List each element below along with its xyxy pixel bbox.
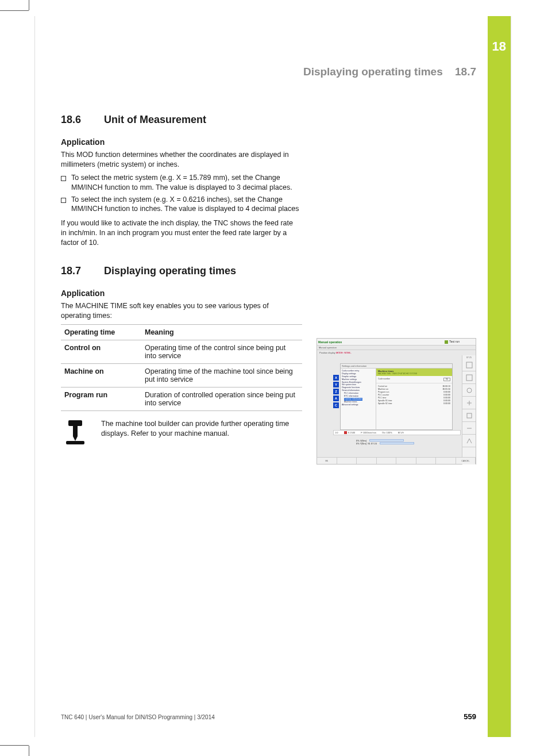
table-row: Control on Operating time of the control…	[61, 340, 302, 363]
softkey[interactable]: BK	[317, 458, 337, 464]
axis-z: Z	[333, 389, 339, 394]
ss-status-f: F 1000mm/min	[361, 431, 376, 434]
running-head-number: 18.7	[455, 66, 476, 78]
toolbar-button[interactable]	[462, 397, 476, 409]
table-row: Program run Duration of controlled opera…	[61, 387, 302, 410]
softkey[interactable]	[436, 458, 456, 464]
ss-right-toolbar: 07:25	[462, 355, 476, 465]
chapter-number: 18	[492, 39, 506, 54]
ss-status-left: 1:0	[335, 431, 338, 434]
toolbar-button[interactable]	[462, 371, 476, 384]
svg-rect-3	[66, 441, 84, 444]
feed-bar	[369, 439, 404, 442]
svg-rect-1	[73, 426, 78, 436]
section-title: Displaying operating times	[104, 265, 236, 277]
ss-position-line: Position display MODE: NOML.	[317, 350, 476, 355]
softkey[interactable]	[357, 458, 377, 464]
ss-subtitle: Manual operation	[317, 346, 476, 350]
ss-status-m: M 5/9	[398, 431, 404, 434]
toolbar-button[interactable]	[462, 422, 476, 435]
axis-a: A	[333, 396, 339, 401]
running-head-title: Displaying operating times	[303, 66, 443, 78]
ss-dialog-title: Settings and information	[341, 364, 452, 369]
table-cell-value: Operating time of the machine tool since…	[141, 363, 302, 387]
paragraph: If you would like to activate the inch d…	[61, 218, 296, 248]
softkey[interactable]	[396, 458, 416, 464]
section-number: 18.7	[61, 265, 101, 277]
table-row: Machine on Operating time of the machine…	[61, 363, 302, 387]
table-cell-key: Machine on	[61, 363, 141, 387]
crop-mark	[29, 0, 29, 10]
ss-panel-head: Machine times MACHINE TIME / TIMES OF AT…	[376, 369, 452, 376]
svg-rect-9	[467, 413, 472, 418]
ss-dialog-panel: Machine times MACHINE TIME / TIMES OF AT…	[376, 369, 452, 431]
axis-c: C	[333, 402, 339, 408]
feed-y: 0% Y[Nm]	[356, 442, 366, 445]
page-footer: TNC 640 | User's Manual for DIN/ISO Prog…	[61, 712, 476, 721]
table-header: Operating time	[61, 324, 141, 340]
toolbar-button[interactable]	[462, 409, 476, 422]
ss-softkey-row: BK CANCEL	[317, 457, 476, 464]
section-number: 18.6	[61, 114, 101, 126]
ss-axes: X Y Z A C	[333, 375, 339, 408]
toolbar-button[interactable]	[462, 384, 476, 397]
table-cell-key: Program run	[61, 387, 141, 410]
softkey[interactable]: CANCEL	[456, 458, 476, 464]
crop-mark	[29, 746, 29, 756]
ss-status-s: S 2500	[348, 431, 356, 434]
chapter-tab: 18	[488, 16, 511, 737]
section-18-7-heading: 18.7 Displaying operating times	[61, 265, 486, 277]
table-cell-value: Operating time of the control since bein…	[141, 340, 302, 363]
footer-text: TNC 640 | User's Manual for DIN/ISO Prog…	[61, 714, 215, 720]
list-item: To select the inch system (e.g. X = 0.62…	[61, 195, 302, 214]
note-text: The machine tool builder can provide fur…	[101, 419, 302, 439]
svg-marker-2	[73, 436, 78, 441]
softkey[interactable]	[337, 458, 357, 464]
ss-mode-testrun: Test run	[445, 340, 460, 344]
svg-rect-4	[466, 362, 472, 368]
toolbar-button[interactable]	[462, 435, 476, 447]
page: 18 Displaying operating times 18.7 18.6 …	[34, 16, 511, 737]
ss-main: X Y Z A C Settings and information Code-…	[317, 355, 476, 452]
table-header: Meaning	[141, 324, 302, 340]
table-cell-key: Control on	[61, 340, 141, 363]
crop-mark	[0, 10, 29, 11]
ss-titlebar: Manual operation Test run	[317, 339, 476, 346]
operating-times-table: Operating time Meaning Control on Operat…	[61, 324, 302, 411]
softkey[interactable]	[377, 458, 397, 464]
list-item: To select the metric system (e.g. X = 15…	[61, 173, 302, 193]
nav-item[interactable]: Advanced settings	[342, 404, 375, 406]
list-item: Spindle S2 time0:00:00	[378, 402, 450, 405]
ss-mode-manual: Manual operation	[318, 340, 342, 344]
tnc-screenshot: Manual operation Test run Manual operati…	[317, 338, 476, 465]
ss-dialog-nav: Code-number entry Display settings Graph…	[341, 369, 376, 431]
axis-x: X	[333, 375, 339, 381]
svg-rect-0	[68, 420, 82, 426]
toolbar-button[interactable]	[462, 359, 476, 371]
ss-code-label: Code number	[378, 378, 390, 381]
ok-button[interactable]: OK	[443, 378, 450, 381]
feed-s1: S1 07:24	[368, 442, 377, 445]
table-cell-value: Duration of controlled operation since b…	[141, 387, 302, 410]
paragraph: This MOD function determines whether the…	[61, 150, 296, 170]
svg-rect-5	[466, 375, 472, 381]
ss-dialog: Settings and information Code-number ent…	[340, 363, 453, 430]
note: The machine tool builder can provide fur…	[61, 419, 302, 446]
subheading-application: Application	[61, 137, 486, 147]
subheading-application: Application	[61, 289, 486, 298]
ss-status-bar: 1:0 S 2500 F 1000mm/min Ovr 100% M 5/9	[333, 430, 461, 438]
axis-y: Y	[333, 382, 339, 387]
svg-point-6	[467, 388, 472, 393]
page-number: 559	[464, 712, 476, 721]
softkey[interactable]	[416, 458, 437, 464]
ss-code-row: Code number OK	[376, 376, 452, 383]
ss-times-list: Control on36:06:10 Machine on36:05:56 Pr…	[376, 383, 452, 406]
ss-feed-rows: 0% X[Nm] 0% Y[Nm] S1 07:24	[356, 439, 414, 445]
paragraph: The MACHINE TIME soft key enables you to…	[61, 301, 296, 321]
machine-icon	[61, 419, 90, 446]
feed-bar	[380, 442, 414, 444]
ss-status-ovr: Ovr 100%	[382, 431, 392, 434]
section-18-6-heading: 18.6 Unit of Measurement	[61, 114, 486, 126]
section-title: Unit of Measurement	[104, 114, 206, 125]
running-head: Displaying operating times 18.7	[303, 66, 476, 78]
